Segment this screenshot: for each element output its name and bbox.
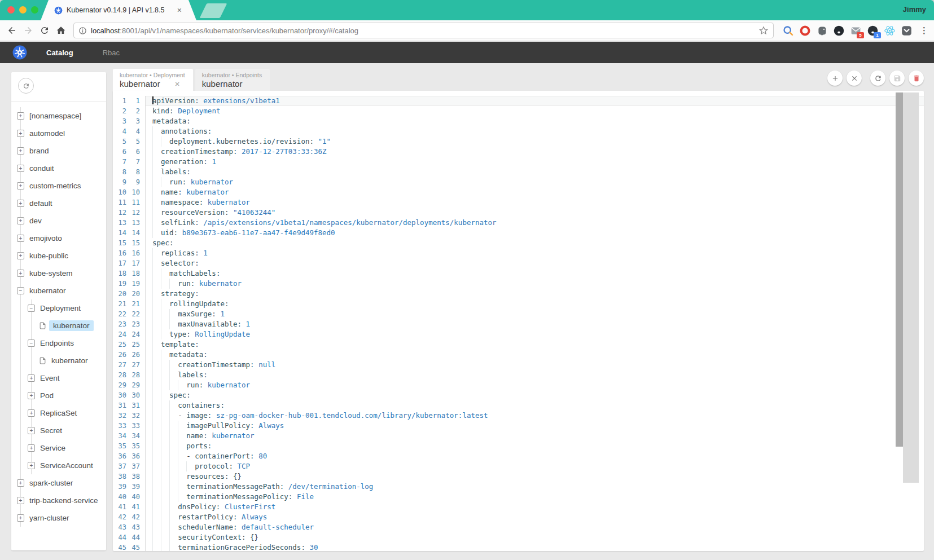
yaml-line[interactable]: 44annotations: [113, 126, 924, 136]
expand-icon[interactable]: + [17, 147, 24, 155]
delete-resource-button[interactable] [909, 70, 924, 86]
yaml-line[interactable]: 1111namespace: kubernator [113, 197, 924, 208]
yaml-line[interactable]: 3636- containerPort: 80 [113, 451, 924, 461]
yaml-line[interactable]: 22kind: Deployment [113, 106, 924, 116]
yaml-line[interactable]: 3434name: kubernator [113, 431, 924, 441]
tree-item-kubernator[interactable]: −kubernator [11, 282, 106, 299]
expand-icon[interactable]: + [17, 130, 24, 137]
browser-menu-icon[interactable]: ⋮ [920, 25, 928, 36]
yaml-line[interactable]: 1818matchLabels: [113, 268, 924, 279]
yaml-line[interactable]: 3535ports: [113, 441, 924, 451]
yaml-line[interactable]: 1414uid: b89e3673-eab6-11e7-aa47-f4e9d49… [113, 228, 924, 238]
tree-item-yarn-cluster[interactable]: +yarn-cluster [11, 509, 106, 527]
yaml-line[interactable]: 77generation: 1 [113, 157, 924, 167]
yaml-line[interactable]: 1212resourceVersion: "41063244" [113, 208, 924, 218]
yaml-line[interactable]: 3333imagePullPolicy: Always [113, 421, 924, 431]
yaml-line[interactable]: 1515spec: [113, 238, 924, 248]
github-notifier-extension-icon[interactable]: 1 [867, 25, 879, 37]
add-tab-button[interactable] [827, 70, 843, 86]
expand-icon[interactable]: + [17, 514, 24, 522]
yaml-line[interactable]: 88labels: [113, 167, 924, 177]
yaml-line[interactable]: 4040terminationMessagePolicy: File [113, 492, 924, 502]
tree-item-kubernator[interactable]: kubernator [11, 317, 106, 334]
tree-item-event[interactable]: +Event [11, 369, 106, 387]
yaml-line[interactable]: 2020strategy: [113, 289, 924, 299]
yaml-line[interactable]: 3838resources: {} [113, 471, 924, 482]
tab-close-icon[interactable]: × [177, 6, 182, 15]
tree-item-kubernator[interactable]: kubernator [11, 352, 106, 369]
expand-icon[interactable]: + [17, 182, 24, 189]
reload-resource-button[interactable] [870, 70, 885, 86]
nav-item-catalog[interactable]: Catalog [46, 48, 73, 57]
tree-item-deployment[interactable]: −Deployment [11, 299, 106, 317]
tree-item-conduit[interactable]: +conduit [11, 160, 106, 177]
home-icon[interactable] [55, 24, 67, 37]
yaml-line[interactable]: 2121rollingUpdate: [113, 299, 924, 309]
yaml-line[interactable]: 4141dnsPolicy: ClusterFirst [113, 502, 924, 512]
yaml-line[interactable]: 3030spec: [113, 390, 924, 400]
collapse-icon[interactable]: − [17, 287, 24, 294]
tree-item-pod[interactable]: +Pod [11, 387, 106, 404]
react-devtools-extension-icon[interactable] [884, 25, 896, 37]
browser-tab[interactable]: Kubernator v0.14.9 | API v1.8.5 × [41, 0, 196, 20]
tree-item-serviceaccount[interactable]: +ServiceAccount [11, 457, 106, 474]
yaml-line[interactable]: 2929run: kubernator [113, 380, 924, 390]
yaml-line[interactable]: 55deployment.kubernetes.io/revision: "1" [113, 136, 924, 147]
editor-scrollbar-thumb[interactable] [896, 92, 903, 447]
expand-icon[interactable]: + [17, 252, 24, 259]
expand-icon[interactable]: + [28, 462, 35, 469]
forward-icon[interactable] [22, 24, 34, 37]
yaml-line[interactable]: 3131containers: [113, 400, 924, 411]
browser-profile-name[interactable]: Jimmy [903, 5, 926, 14]
yaml-line[interactable]: 4242restartPolicy: Always [113, 512, 924, 522]
tree-item-replicaset[interactable]: +ReplicaSet [11, 404, 106, 422]
minimize-window-button[interactable] [19, 6, 27, 14]
expand-icon[interactable]: + [28, 409, 35, 417]
expand-icon[interactable]: + [17, 200, 24, 207]
yaml-line[interactable]: 2525template: [113, 339, 924, 350]
close-tab-button[interactable] [847, 70, 862, 86]
yaml-line[interactable]: 1010name: kubernator [113, 187, 924, 197]
tree-item-spark-cluster[interactable]: +spark-cluster [11, 474, 106, 492]
expand-icon[interactable]: + [28, 374, 35, 382]
back-icon[interactable] [6, 24, 18, 37]
save-resource-button[interactable] [889, 70, 905, 86]
collapse-icon[interactable]: − [28, 305, 35, 312]
tree-item-default[interactable]: +default [11, 195, 106, 212]
collapse-icon[interactable]: − [28, 339, 35, 347]
tree-item-trip-backend-service[interactable]: +trip-backend-service [11, 492, 106, 509]
page-info-icon[interactable] [78, 27, 87, 35]
tree-item-dev[interactable]: +dev [11, 212, 106, 230]
editor-tab-kubernator-deployment[interactable]: kubernator • Deploymentkubernator× [113, 69, 193, 91]
tree-item-nonamespace[interactable]: +[nonamespace] [11, 107, 106, 125]
yaml-line[interactable]: 2626metadata: [113, 350, 924, 360]
tree-item-brand[interactable]: +brand [11, 142, 106, 160]
yaml-line[interactable]: 2828labels: [113, 370, 924, 380]
yaml-line[interactable]: 66creationTimestamp: 2017-12-27T03:33:36… [113, 147, 924, 157]
yaml-editor[interactable]: 11apiVersion: extensions/v1beta122kind: … [113, 91, 924, 551]
expand-icon[interactable]: + [28, 392, 35, 399]
reload-icon[interactable] [38, 24, 51, 37]
tree-item-secret[interactable]: +Secret [11, 422, 106, 439]
tree-item-endpoints[interactable]: −Endpoints [11, 334, 106, 352]
address-bar[interactable]: localhost:8001/api/v1/namespaces/kuberna… [73, 23, 774, 38]
expand-icon[interactable]: + [17, 270, 24, 277]
yaml-line[interactable]: 3737protocol: TCP [113, 461, 924, 471]
expand-icon[interactable]: + [28, 444, 35, 452]
expand-icon[interactable]: + [17, 497, 24, 504]
evernote-extension-icon[interactable] [816, 25, 828, 37]
yaml-line[interactable]: 2222maxSurge: 1 [113, 309, 924, 319]
yaml-line[interactable]: 4444securityContext: {} [113, 532, 924, 543]
yaml-line[interactable]: 2727creationTimestamp: null [113, 360, 924, 370]
red-ring-extension-icon[interactable] [799, 25, 811, 37]
yaml-code-area[interactable]: 11apiVersion: extensions/v1beta122kind: … [113, 96, 924, 551]
yaml-line[interactable]: 1616replicas: 1 [113, 248, 924, 258]
bookmark-star-icon[interactable] [758, 25, 769, 36]
yaml-line[interactable]: 11apiVersion: extensions/v1beta1 [113, 96, 924, 106]
pocket-extension-icon[interactable] [901, 25, 913, 37]
github-extension-icon[interactable] [833, 25, 845, 37]
tree-item-kube-public[interactable]: +kube-public [11, 247, 106, 264]
tree-item-custom-metrics[interactable]: +custom-metrics [11, 177, 106, 195]
editor-scrollbar-track[interactable] [903, 92, 919, 483]
yaml-line[interactable]: 1919run: kubernator [113, 279, 924, 289]
